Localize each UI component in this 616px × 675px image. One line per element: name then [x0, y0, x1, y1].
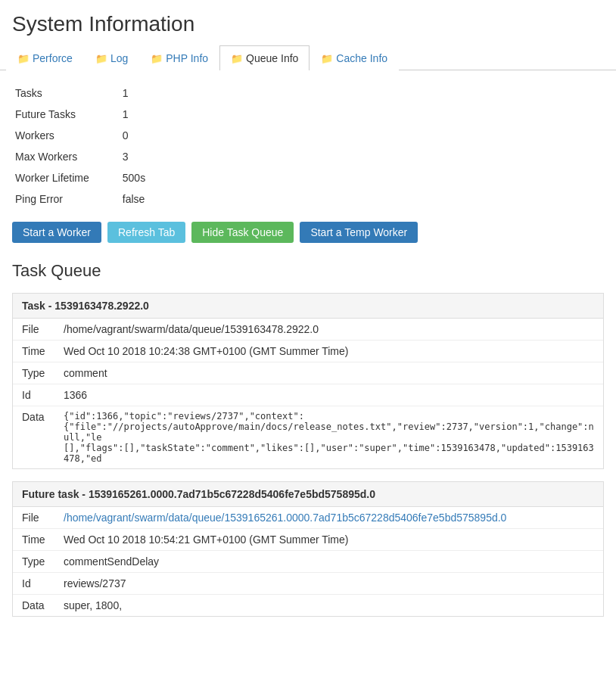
info-row: Max Workers3 [12, 146, 176, 167]
queueinfo-tab-label: Queue Info [246, 52, 298, 64]
task-row-0-4: Data{"id":1366,"topic":"reviews/2737","c… [13, 406, 603, 468]
task-row-value-1-3: reviews/2737 [64, 577, 594, 589]
queueinfo-tab-icon: 📁 [231, 53, 243, 64]
cacheinfo-tab-label: Cache Info [336, 52, 387, 64]
action-buttons: Start a WorkerRefresh TabHide Task Queue… [12, 222, 604, 243]
info-row: Worker Lifetime500s [12, 167, 176, 188]
task-row-value-1-1: Wed Oct 10 2018 10:54:21 GMT+0100 (GMT S… [64, 533, 594, 546]
start-worker-button[interactable]: Start a Worker [12, 222, 101, 243]
info-table: Tasks1Future Tasks1Workers0Max Workers3W… [12, 82, 176, 210]
info-label: Workers [12, 125, 120, 146]
task-row-label-1-0: File [22, 512, 64, 524]
task-row-1-0: File/home/vagrant/swarm/data/queue/15391… [13, 507, 603, 529]
info-value: 1 [120, 82, 176, 104]
task-row-0-1: TimeWed Oct 10 2018 10:24:38 GMT+0100 (G… [13, 341, 603, 362]
perforce-tab-label: Perforce [33, 52, 73, 64]
task-row-value-0-1: Wed Oct 10 2018 10:24:38 GMT+0100 (GMT S… [64, 345, 594, 357]
info-row: Future Tasks1 [12, 104, 176, 125]
task-row-value-1-4: super, 1800, [64, 599, 594, 611]
task-row-label-1-2: Type [22, 555, 64, 568]
task-row-label-0-4: Data [22, 411, 64, 464]
task-row-value-1-0: /home/vagrant/swarm/data/queue/153916526… [64, 512, 594, 524]
perforce-tab-icon: 📁 [17, 53, 30, 64]
info-value: 3 [120, 146, 176, 167]
task-row-0-0: File/home/vagrant/swarm/data/queue/15391… [13, 319, 603, 341]
cacheinfo-tab-icon: 📁 [321, 53, 333, 64]
info-label: Max Workers [12, 146, 120, 167]
task-header-0: Task - 1539163478.2922.0 [13, 294, 603, 319]
log-tab-icon: 📁 [95, 53, 107, 64]
info-label: Future Tasks [12, 104, 120, 125]
info-label: Worker Lifetime [12, 167, 120, 188]
tab-bar: 📁Perforce📁Log📁PHP Info📁Queue Info📁Cache … [0, 45, 616, 70]
page-title: System Information [0, 0, 616, 45]
info-row: Tasks1 [12, 82, 176, 104]
info-label: Tasks [12, 82, 120, 104]
task-row-label-1-3: Id [22, 577, 64, 589]
task-row-label-1-1: Time [22, 533, 64, 546]
log-tab-label: Log [110, 52, 128, 64]
task-row-1-2: TypecommentSendDelay [13, 551, 603, 573]
info-label: Ping Error [12, 188, 120, 210]
task-section-0: Task - 1539163478.2922.0File/home/vagran… [12, 293, 604, 469]
task-row-label-0-2: Type [22, 367, 64, 379]
task-row-1-3: Idreviews/2737 [13, 573, 603, 595]
info-row: Ping Errorfalse [12, 188, 176, 210]
task-section-1: Future task - 1539165261.0000.7ad71b5c67… [12, 481, 604, 617]
info-value: 1 [120, 104, 176, 125]
tab-log[interactable]: 📁Log [84, 45, 139, 70]
task-row-label-0-1: Time [22, 345, 64, 357]
phpinfo-tab-label: PHP Info [166, 52, 208, 64]
tab-perforce[interactable]: 📁Perforce [6, 45, 84, 70]
task-row-1-4: Datasuper, 1800, [13, 595, 603, 616]
task-row-value-0-3: 1366 [64, 389, 594, 401]
task-row-label-1-4: Data [22, 599, 64, 611]
task-row-0-2: Typecomment [13, 362, 603, 384]
task-row-value-0-4: {"id":1366,"topic":"reviews/2737","conte… [64, 411, 594, 464]
refresh-tab-button[interactable]: Refresh Tab [107, 222, 185, 243]
task-row-value-1-2: commentSendDelay [64, 555, 594, 568]
task-row-value-0-0: /home/vagrant/swarm/data/queue/153916347… [64, 323, 594, 335]
info-value: false [120, 188, 176, 210]
section-title: Task Queue [12, 258, 604, 281]
main-content: Tasks1Future Tasks1Workers0Max Workers3W… [0, 70, 616, 641]
hide-task-queue-button[interactable]: Hide Task Queue [191, 222, 294, 243]
task-row-label-0-0: File [22, 323, 64, 335]
tab-phpinfo[interactable]: 📁PHP Info [139, 45, 219, 70]
info-value: 0 [120, 125, 176, 146]
task-row-label-0-3: Id [22, 389, 64, 401]
task-row-0-3: Id1366 [13, 384, 603, 406]
task-header-1: Future task - 1539165261.0000.7ad71b5c67… [13, 482, 603, 507]
tab-queueinfo[interactable]: 📁Queue Info [219, 45, 310, 70]
info-row: Workers0 [12, 125, 176, 146]
tab-cacheinfo[interactable]: 📁Cache Info [310, 45, 399, 70]
task-row-value-0-2: comment [64, 367, 594, 379]
task-row-1-1: TimeWed Oct 10 2018 10:54:21 GMT+0100 (G… [13, 529, 603, 551]
info-value: 500s [120, 167, 176, 188]
task-row-link-1-0[interactable]: /home/vagrant/swarm/data/queue/153916526… [64, 512, 506, 524]
tasks-container: Task - 1539163478.2922.0File/home/vagran… [12, 293, 604, 617]
phpinfo-tab-icon: 📁 [151, 53, 163, 64]
start-temp-worker-button[interactable]: Start a Temp Worker [300, 222, 418, 243]
